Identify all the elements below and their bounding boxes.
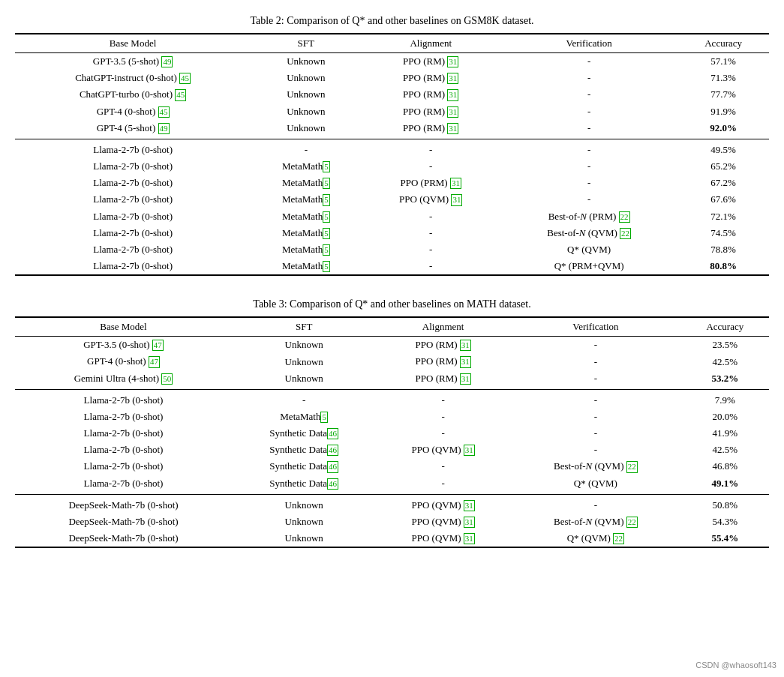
cell-accuracy: 78.8%	[677, 241, 769, 258]
ref-badge: 45	[175, 89, 186, 100]
table-row: Llama-2-7b (0-shot) Synthetic Data46 - B…	[15, 458, 769, 475]
ref-badge: 45	[158, 106, 170, 118]
cell-model: Llama-2-7b (0-shot)	[15, 139, 251, 158]
cell-accuracy: 49.5%	[677, 139, 769, 158]
table-row: GPT-4 (0-shot) 47 Unknown PPO (RM) 31 - …	[15, 353, 769, 370]
table2-header-sft: SFT	[251, 34, 361, 53]
cell-accuracy: 80.8%	[677, 258, 769, 275]
cell-model: GPT-3.5 (0-shot) 47	[15, 337, 232, 354]
cell-model: Llama-2-7b (0-shot)	[15, 475, 232, 495]
table3-header-accuracy: Accuracy	[681, 317, 769, 337]
ref-badge: 22	[626, 517, 638, 528]
cell-model: Llama-2-7b (0-shot)	[15, 208, 251, 225]
table-row: Llama-2-7b (0-shot) MetaMath5 - Best-of-…	[15, 208, 769, 225]
cell-accuracy: 67.6%	[677, 191, 769, 208]
cell-alignment: PPO (QVM) 31	[376, 530, 510, 547]
cell-verification: Q* (PRM+QVM)	[500, 258, 677, 275]
ref-badge: 22	[613, 533, 624, 544]
cell-accuracy: 54.3%	[681, 514, 769, 530]
cell-alignment: -	[376, 389, 510, 409]
cell-model: GPT-3.5 (5-shot) 49	[15, 53, 251, 70]
cell-accuracy: 46.8%	[681, 458, 769, 475]
cell-sft: Synthetic Data46	[232, 475, 376, 495]
cell-alignment: -	[361, 208, 500, 225]
cell-accuracy: 92.0%	[677, 120, 769, 139]
ref-badge: 31	[464, 445, 475, 456]
cell-sft: Synthetic Data46	[232, 425, 376, 442]
cell-model: ChatGPT-turbo (0-shot) 45	[15, 86, 251, 103]
ref-badge: 31	[460, 356, 471, 367]
ref-badge: 22	[626, 461, 638, 472]
table-row: Llama-2-7b (0-shot) Synthetic Data46 PPO…	[15, 442, 769, 458]
ref-badge: 49	[158, 123, 170, 134]
table3-header-alignment: Alignment	[376, 317, 510, 337]
ref-badge: 46	[327, 478, 338, 490]
cell-sft: Unknown	[251, 86, 361, 103]
table-row: ChatGPT-instruct (0-shot) 45 Unknown PPO…	[15, 70, 769, 86]
table-row: Llama-2-7b (0-shot) - - - 7.9%	[15, 389, 769, 409]
cell-verification: Q* (QVM)	[510, 475, 681, 495]
table-row: Gemini Ultra (4-shot) 50 Unknown PPO (RM…	[15, 370, 769, 390]
cell-verification: Q* (QVM)	[500, 241, 677, 258]
cell-verification: -	[500, 120, 677, 139]
table3: Base Model SFT Alignment Verification Ac…	[15, 316, 769, 548]
ref-badge: 31	[460, 340, 471, 351]
cell-sft: Unknown	[232, 494, 376, 514]
table3-title: Table 3: Comparison of Q* and other base…	[15, 298, 769, 310]
cell-verification: -	[510, 442, 681, 458]
table2-header-alignment: Alignment	[361, 34, 500, 53]
cell-sft: -	[251, 139, 361, 158]
cell-accuracy: 42.5%	[681, 442, 769, 458]
ref-badge: 31	[464, 517, 475, 528]
cell-sft: Unknown	[232, 337, 376, 354]
table3-header-basemodel: Base Model	[15, 317, 232, 337]
cell-verification: Best-of-N (PRM) 22	[500, 208, 677, 225]
cell-alignment: -	[376, 475, 510, 495]
table-row: DeepSeek-Math-7b (0-shot) Unknown PPO (Q…	[15, 494, 769, 514]
cell-sft: Unknown	[251, 53, 361, 70]
cell-alignment: PPO (RM) 31	[376, 353, 510, 370]
cell-alignment: -	[361, 258, 500, 275]
cell-model: Gemini Ultra (4-shot) 50	[15, 370, 232, 390]
table2-header-accuracy: Accuracy	[677, 34, 769, 53]
ref-badge: 31	[464, 533, 475, 544]
ref-badge: 31	[451, 194, 462, 205]
cell-accuracy: 23.5%	[681, 337, 769, 354]
cell-accuracy: 91.9%	[677, 103, 769, 120]
cell-model: DeepSeek-Math-7b (0-shot)	[15, 514, 232, 530]
table-row: ChatGPT-turbo (0-shot) 45 Unknown PPO (R…	[15, 86, 769, 103]
cell-accuracy: 50.8%	[681, 494, 769, 514]
cell-accuracy: 71.3%	[677, 70, 769, 86]
cell-verification: -	[510, 353, 681, 370]
cell-accuracy: 67.2%	[677, 175, 769, 191]
cell-alignment: -	[376, 458, 510, 475]
cell-alignment: PPO (QVM) 31	[376, 514, 510, 530]
cell-sft: MetaMath5	[251, 208, 361, 225]
cell-sft: MetaMath5	[251, 158, 361, 175]
table3-header-sft: SFT	[232, 317, 376, 337]
ref-badge: 31	[460, 373, 471, 385]
cell-model: Llama-2-7b (0-shot)	[15, 175, 251, 191]
cell-accuracy: 77.7%	[677, 86, 769, 103]
cell-verification: Best-of-N (QVM) 22	[510, 514, 681, 530]
ref-badge: 5	[323, 228, 330, 239]
ref-badge: 50	[161, 373, 173, 385]
cell-alignment: PPO (RM) 31	[376, 370, 510, 390]
cell-alignment: PPO (RM) 31	[361, 86, 500, 103]
ref-badge: 31	[447, 106, 458, 118]
cell-model: ChatGPT-instruct (0-shot) 45	[15, 70, 251, 86]
cell-accuracy: 7.9%	[681, 389, 769, 409]
cell-sft: MetaMath5	[251, 241, 361, 258]
table-row: Llama-2-7b (0-shot) MetaMath5 - Q* (PRM+…	[15, 258, 769, 275]
cell-verification: -	[500, 139, 677, 158]
table-row: Llama-2-7b (0-shot) MetaMath5 PPO (QVM) …	[15, 191, 769, 208]
ref-badge: 5	[323, 161, 330, 172]
cell-accuracy: 20.0%	[681, 409, 769, 425]
cell-alignment: -	[361, 139, 500, 158]
cell-verification: -	[510, 425, 681, 442]
ref-badge: 22	[619, 211, 630, 223]
ref-badge: 22	[620, 228, 631, 239]
cell-accuracy: 53.2%	[681, 370, 769, 390]
cell-alignment: -	[376, 409, 510, 425]
table-row: Llama-2-7b (0-shot) MetaMath5 PPO (PRM) …	[15, 175, 769, 191]
